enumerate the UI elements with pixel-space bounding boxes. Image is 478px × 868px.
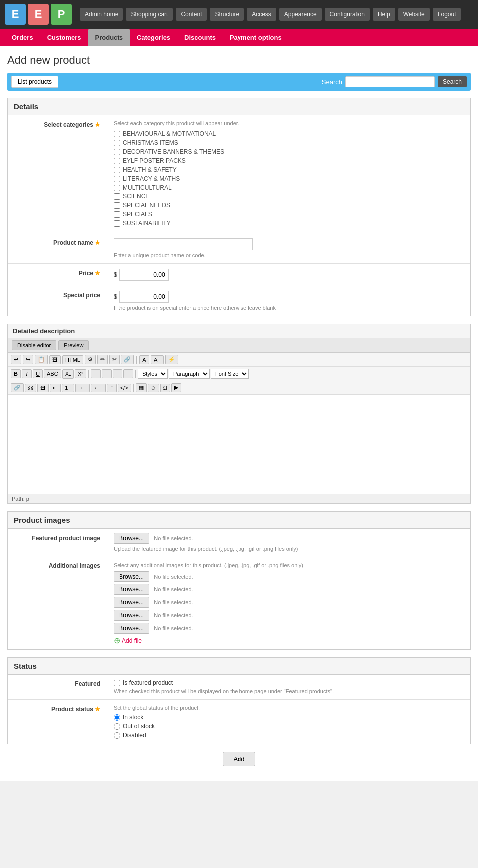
cat-checkbox-2[interactable]: [114, 140, 120, 146]
outdent-button[interactable]: ←≡: [91, 384, 105, 392]
additional-browse-button-5[interactable]: Browse...: [114, 623, 149, 634]
nav-products[interactable]: Products: [88, 29, 130, 46]
cat-checkbox-10[interactable]: [114, 211, 120, 218]
link-button[interactable]: 🔗: [121, 355, 134, 364]
unordered-list-button[interactable]: •≡: [50, 384, 61, 392]
featured-checkbox[interactable]: [114, 680, 120, 686]
cat-item-1[interactable]: BEHAVIOURAL & MOTIVATIONAL: [114, 129, 464, 138]
help-button[interactable]: Help: [373, 8, 395, 21]
special-button[interactable]: ⚡: [165, 355, 178, 364]
search-button[interactable]: Search: [438, 76, 467, 87]
status-out-of-stock-radio[interactable]: [114, 723, 120, 730]
content-button[interactable]: Content: [176, 8, 207, 21]
access-button[interactable]: Access: [247, 8, 276, 21]
add-button[interactable]: Add: [223, 752, 255, 766]
search-input[interactable]: [345, 76, 435, 87]
image-button[interactable]: 🖼: [49, 355, 61, 364]
cat-item-2[interactable]: CHRISTMAS ITEMS: [114, 138, 464, 147]
cat-checkbox-7[interactable]: [114, 185, 120, 191]
status-in-stock-radio[interactable]: [114, 714, 120, 721]
structure-button[interactable]: Structure: [210, 8, 244, 21]
appearence-button[interactable]: Appearence: [279, 8, 322, 21]
cat-item-8[interactable]: SCIENCE: [114, 192, 464, 201]
cat-checkbox-5[interactable]: [114, 167, 120, 173]
preview-tab[interactable]: Preview: [58, 340, 89, 350]
settings-button[interactable]: ⚙: [85, 355, 96, 364]
subscript-button[interactable]: X₁: [62, 369, 74, 379]
disable-editor-tab[interactable]: Disable editor: [12, 340, 56, 350]
paragraph-select[interactable]: Paragraph: [169, 369, 210, 379]
align-center-button[interactable]: ≡: [102, 369, 112, 378]
cat-checkbox-1[interactable]: [114, 131, 120, 137]
cut-button[interactable]: ✂: [109, 355, 120, 364]
align-right-button[interactable]: ≡: [113, 369, 122, 378]
product-name-input[interactable]: [114, 238, 253, 250]
font-size-select[interactable]: Font Size: [211, 369, 249, 379]
underline-button[interactable]: U: [33, 369, 43, 378]
additional-browse-button-3[interactable]: Browse...: [114, 597, 149, 608]
ordered-list-button[interactable]: 1≡: [62, 384, 74, 392]
code-button[interactable]: </>: [118, 384, 131, 392]
blockquote-button[interactable]: ": [107, 384, 117, 392]
cat-item-3[interactable]: DECORATIVE BANNERS & THEMES: [114, 147, 464, 156]
shopping-cart-button[interactable]: Shopping cart: [126, 8, 173, 21]
cat-item-6[interactable]: LITERACY & MATHS: [114, 174, 464, 183]
cat-item-9[interactable]: SPECIAL NEEDS: [114, 201, 464, 210]
cat-checkbox-9[interactable]: [114, 202, 120, 209]
emoji-button[interactable]: ☺: [148, 384, 159, 392]
additional-browse-button-1[interactable]: Browse...: [114, 571, 149, 582]
nav-orders[interactable]: Orders: [5, 29, 40, 46]
cat-item-10[interactable]: SPECIALS: [114, 210, 464, 219]
cat-item-11[interactable]: SUSTAINABILITY: [114, 219, 464, 228]
add-file-icon: ⊕: [114, 636, 120, 645]
special-chars-button[interactable]: Ω: [160, 384, 170, 392]
align-justify-button[interactable]: ≡: [123, 369, 133, 378]
website-button[interactable]: Website: [398, 8, 430, 21]
font-highlight-button[interactable]: A+: [151, 355, 164, 364]
cat-item-7[interactable]: MULTICULTURAL: [114, 183, 464, 192]
table-button[interactable]: ▦: [136, 383, 147, 392]
strikethrough-button[interactable]: ABC: [44, 369, 61, 378]
undo-button[interactable]: ↩: [11, 355, 21, 364]
styles-select[interactable]: Styles: [138, 369, 168, 379]
nav-discounts[interactable]: Discounts: [177, 29, 223, 46]
additional-browse-button-4[interactable]: Browse...: [114, 610, 149, 621]
price-label: Price★: [8, 264, 108, 286]
html-button[interactable]: HTML: [62, 355, 83, 364]
paste-button[interactable]: 📋: [35, 355, 48, 364]
cat-checkbox-4[interactable]: [114, 158, 120, 164]
admin-home-button[interactable]: Admin home: [80, 8, 123, 21]
indent-button[interactable]: →≡: [75, 384, 90, 392]
link2-button[interactable]: 🔗: [11, 383, 24, 392]
status-disabled-radio[interactable]: [114, 732, 120, 739]
product-name-label: Product name★: [8, 233, 108, 264]
cat-item-5[interactable]: HEALTH & SAFETY: [114, 165, 464, 174]
list-products-button[interactable]: List products: [11, 76, 58, 88]
edit-button[interactable]: ✏: [97, 355, 108, 364]
unlink-button[interactable]: ⛓: [25, 384, 36, 392]
cat-checkbox-6[interactable]: [114, 176, 120, 182]
italic-button[interactable]: I: [22, 369, 32, 378]
cat-checkbox-11[interactable]: [114, 220, 120, 227]
price-input[interactable]: [119, 269, 169, 281]
image2-button[interactable]: 🖼: [37, 384, 49, 392]
align-left-button[interactable]: ≡: [91, 369, 101, 378]
add-file-link[interactable]: ⊕ Add file: [114, 636, 464, 645]
special-price-input[interactable]: [119, 291, 169, 303]
nav-categories[interactable]: Categories: [130, 29, 177, 46]
additional-browse-button-2[interactable]: Browse...: [114, 584, 149, 595]
superscript-button[interactable]: X²: [75, 369, 86, 378]
cat-item-4[interactable]: EYLF POSTER PACKS: [114, 156, 464, 165]
logout-button[interactable]: Logout: [433, 8, 461, 21]
bold-button[interactable]: B: [11, 369, 21, 378]
nav-customers[interactable]: Customers: [40, 29, 88, 46]
featured-browse-button[interactable]: Browse...: [114, 533, 149, 544]
redo-button[interactable]: ↪: [23, 355, 33, 364]
font-color-button[interactable]: A: [139, 355, 149, 364]
configuration-button[interactable]: Configuration: [325, 8, 370, 21]
cat-checkbox-8[interactable]: [114, 193, 120, 200]
media-button[interactable]: ▶: [171, 383, 181, 392]
cat-checkbox-3[interactable]: [114, 149, 120, 155]
nav-payment-options[interactable]: Payment options: [223, 29, 289, 46]
editor-body[interactable]: [8, 395, 470, 494]
